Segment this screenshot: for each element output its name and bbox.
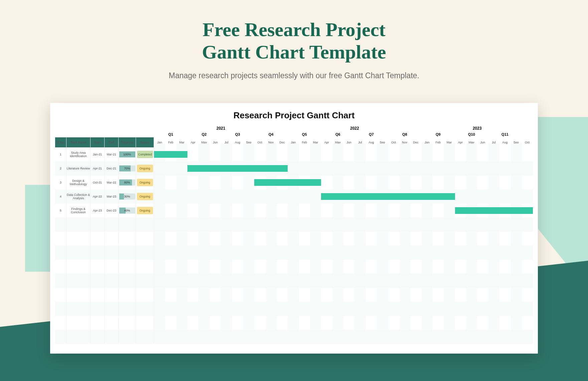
gantt-bar xyxy=(187,165,288,172)
chart-title: Research Project Gantt Chart xyxy=(53,110,535,121)
col-start: Start xyxy=(91,137,105,147)
year-label: 2023 xyxy=(421,125,533,131)
title-line-1: Free Research Project xyxy=(202,19,386,40)
quarter-label: Q3 xyxy=(221,131,254,137)
month-label: Nov xyxy=(399,139,410,145)
table-row: 3Design & MethodologyOct-21Mar-2280%Ongo… xyxy=(55,175,533,189)
month-label: Apr xyxy=(321,139,332,145)
month-label: Jul xyxy=(488,139,499,145)
month-label: Jun xyxy=(477,139,488,145)
cell-start: Oct-21 xyxy=(91,175,105,189)
month-label: May xyxy=(198,139,209,145)
col-task: Task Name xyxy=(66,137,91,147)
month-label: Apr xyxy=(187,139,198,145)
table-row-empty xyxy=(55,330,533,344)
table-row-empty xyxy=(55,274,533,288)
cell-start: Apr-21 xyxy=(91,161,105,175)
cell-task: Data Collection & Analysis xyxy=(66,189,91,204)
cell-task: Design & Methodology xyxy=(66,175,91,189)
status-badge: Ongoing xyxy=(137,193,153,200)
month-label: Dec xyxy=(410,139,421,145)
quarter-label: Q4 xyxy=(254,131,288,137)
col-status: Status xyxy=(136,137,154,147)
cell-slno: 2 xyxy=(55,161,66,175)
table-row-empty xyxy=(55,316,533,330)
quarter-label: Q1 xyxy=(154,131,187,137)
month-label: Jul xyxy=(221,139,232,145)
gantt-bar xyxy=(254,179,321,186)
bg-small-shape xyxy=(25,185,52,272)
cell-status: Completed xyxy=(136,147,154,161)
hero: Free Research Project Gantt Chart Templa… xyxy=(0,0,588,80)
cell-progress: 30% xyxy=(119,189,136,204)
table-row-empty xyxy=(55,246,533,260)
quarters-row: Q1Q2Q3Q4Q5Q6Q7Q8Q9Q10Q11 xyxy=(55,131,533,137)
gantt-card: Research Project Gantt Chart 20212022202… xyxy=(50,103,538,354)
page-subtitle: Manage research projects seamlessly with… xyxy=(0,71,588,80)
month-label: Sep xyxy=(243,139,254,145)
month-label: Aug xyxy=(366,139,377,145)
year-label: 2021 xyxy=(154,125,288,131)
status-badge: Completed xyxy=(137,151,153,158)
cell-start: Jan-21 xyxy=(91,147,105,161)
month-label: Nov xyxy=(265,139,276,145)
cell-slno: 4 xyxy=(55,189,66,204)
progress-label: 80% xyxy=(124,181,130,184)
progress-label: 100% xyxy=(123,153,131,156)
month-label: Feb xyxy=(299,139,310,145)
month-label: Sep xyxy=(510,139,522,145)
month-label: Jul xyxy=(354,139,365,145)
year-label: 2022 xyxy=(288,125,421,131)
status-badge: Ongoing xyxy=(137,207,153,214)
cell-end: Mar-23 xyxy=(105,189,119,204)
timeline-lane xyxy=(154,147,533,161)
cell-start: Apr-22 xyxy=(91,189,105,204)
month-label: Oct xyxy=(254,139,265,145)
quarter-label: Q11 xyxy=(488,131,522,137)
cell-status: Ongoing xyxy=(136,161,154,175)
table-row-empty xyxy=(55,288,533,302)
month-label: Aug xyxy=(232,139,243,145)
progress-label: 40% xyxy=(124,209,130,212)
cell-progress: 100% xyxy=(119,147,136,161)
cell-status: Ongoing xyxy=(136,175,154,189)
cell-end: Mar-21 xyxy=(105,147,119,161)
month-label: Apr xyxy=(455,139,466,145)
progress-label: 30% xyxy=(124,195,130,198)
month-label: Jan xyxy=(421,139,432,145)
month-label: Dec xyxy=(277,139,288,145)
table-row: 1Study Area IdentificationJan-21Mar-2110… xyxy=(55,147,533,161)
header-row: Sl No. Task Name Start End Progress Stat… xyxy=(55,137,533,147)
status-badge: Ongoing xyxy=(137,165,153,172)
timeline-lane xyxy=(154,204,533,218)
month-label: May xyxy=(466,139,477,145)
cell-end: Mar-22 xyxy=(105,175,119,189)
cell-slno: 1 xyxy=(55,147,66,161)
cell-task: Findings & Conclusion xyxy=(66,204,91,218)
title-line-2: Gantt Chart Template xyxy=(202,41,386,63)
cell-slno: 5 xyxy=(55,204,66,218)
table-row-empty xyxy=(55,302,533,316)
month-label: Feb xyxy=(433,139,444,145)
month-label: May xyxy=(332,139,343,145)
table-row: 5Findings & ConclusionApr-23Dec-2340%Ong… xyxy=(55,204,533,218)
month-label: Jan xyxy=(154,139,165,145)
quarter-label: Q8 xyxy=(388,131,421,137)
years-row: 202120222023 xyxy=(55,125,533,131)
cell-progress: 70% xyxy=(119,161,136,175)
table-row-empty xyxy=(55,232,533,246)
quarter-label: Q7 xyxy=(354,131,388,137)
quarter-label: Q9 xyxy=(421,131,455,137)
cell-task: Study Area Identification xyxy=(66,147,91,161)
table-row: 2Literature ReviewApr-21Dec-2170%Ongoing xyxy=(55,161,533,175)
month-label: Jun xyxy=(343,139,354,145)
timeline-lane xyxy=(154,175,533,189)
cell-progress: 80% xyxy=(119,175,136,189)
quarter-label: Q6 xyxy=(321,131,354,137)
cell-status: Ongoing xyxy=(136,204,154,218)
month-label: Sep xyxy=(377,139,388,145)
col-end: End xyxy=(105,137,119,147)
month-label: Mar xyxy=(310,139,321,145)
status-badge: Ongoing xyxy=(137,179,153,186)
timeline-lane xyxy=(154,189,533,204)
